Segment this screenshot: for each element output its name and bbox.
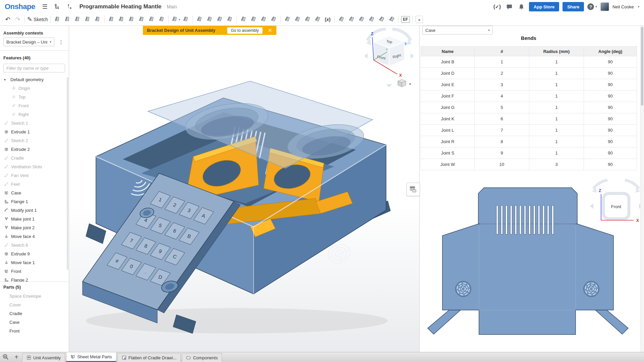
column-header-name[interactable]: Name (421, 47, 475, 56)
feature-item-move-face-4[interactable]: Move face 4 (0, 232, 69, 241)
bend-row-joint-r[interactable]: Joint R8190 (421, 136, 637, 147)
column-header-radius[interactable]: Radius (mm) (529, 47, 584, 56)
feature-item-default-geometry[interactable]: ▾Default geometry (0, 75, 69, 84)
column-header-number[interactable]: # (475, 47, 529, 56)
main-menu-icon[interactable]: ☰ (41, 2, 49, 11)
context-options-kebab-icon[interactable]: ⋮ (56, 38, 66, 46)
notifications-bell-icon[interactable] (517, 2, 526, 11)
toolbar-undo-button[interactable]: ↶ (3, 15, 13, 24)
feature-list-scrollbar[interactable] (67, 77, 68, 270)
feature-item-ventilation-slots[interactable]: Ventilation Slots (0, 162, 69, 171)
app-store-button[interactable]: App Store (529, 2, 559, 11)
feature-item-case[interactable]: Case (0, 188, 69, 197)
bend-row-joint-l[interactable]: Joint L7190 (421, 125, 637, 136)
toolbar-modify-fillet-button[interactable] (215, 15, 225, 24)
toolbar-sweep-button[interactable] (72, 15, 83, 24)
toolbar-bend-button[interactable] (367, 15, 377, 24)
toolbar-mirror-button[interactable] (181, 15, 191, 24)
tree-expand-caret-icon[interactable]: ▾ (4, 78, 8, 81)
toolbar-sheet-metal-model-button[interactable] (336, 15, 346, 24)
tab-manager-icon[interactable] (2, 353, 9, 361)
banner-close-icon[interactable]: ✕ (266, 27, 274, 34)
feature-item-make-joint-1[interactable]: Make joint 1 (0, 215, 69, 223)
feature-item-feet[interactable]: Feet (0, 180, 69, 188)
toolbar-offset-surface-button[interactable] (282, 15, 292, 24)
toolbar-split-button[interactable] (205, 15, 215, 24)
feature-item-sketch-6[interactable]: Sketch 6 (0, 241, 69, 249)
part-selector-dropdown[interactable]: Case ▾ (422, 26, 493, 35)
column-header-angle[interactable]: Angle (deg) (584, 47, 637, 56)
toolbar-helix-button[interactable] (292, 15, 303, 24)
toolbar-replace-face-button[interactable] (269, 15, 279, 24)
code-check-icon[interactable]: {✓} (493, 2, 501, 11)
create-version-icon[interactable] (65, 2, 73, 11)
bend-row-joint-d[interactable]: Joint D2190 (421, 68, 637, 79)
toolbar-variable-button[interactable]: (x) (323, 15, 333, 24)
bend-row-joint-s[interactable]: Joint S9190 (421, 147, 637, 159)
toolbar-loft-button[interactable] (83, 15, 93, 24)
tab-flatten-of-cradle-drawi[interactable]: Flatten of Cradle Drawi... (117, 353, 181, 362)
bend-row-joint-b[interactable]: Joint B1190 (421, 56, 637, 68)
toolbar-fillet-button[interactable] (106, 15, 116, 24)
toolbar-sketch-button[interactable]: ✎Sketch (26, 15, 49, 24)
bend-row-joint-f[interactable]: Joint F4190 (421, 90, 637, 102)
feature-item-top[interactable]: Top (0, 93, 69, 101)
tab-unit-assembly[interactable]: Unit Assembly (22, 353, 65, 362)
toolbar-flange-button[interactable] (346, 15, 357, 24)
toolbar-corner-break-button[interactable] (377, 15, 387, 24)
toolbar-wrap-button[interactable] (313, 15, 323, 24)
assembly-context-select[interactable]: Bracket Design – Uni ▾ (3, 38, 54, 46)
toolbar-boolean-button[interactable] (195, 15, 205, 24)
toolbar-thicken-button[interactable] (93, 15, 103, 24)
feature-item-front[interactable]: Front (0, 101, 69, 110)
comment-icon[interactable] (505, 2, 514, 11)
part-item-space-envelope[interactable]: Space Envelope (0, 292, 69, 300)
go-to-assembly-button[interactable]: Go to assembly (227, 27, 262, 34)
feature-item-modify-joint-1[interactable]: Modify joint 1 (0, 206, 69, 215)
flat-view-cube[interactable]: Front Z X (590, 180, 642, 223)
toolbar-make-joint-button[interactable] (357, 15, 367, 24)
help-menu[interactable]: ? ▾ (587, 3, 597, 10)
feature-item-sketch-1[interactable]: Sketch 1 (0, 119, 69, 127)
toolbar-linear-pattern-button[interactable]: ▾ (170, 15, 181, 24)
feature-item-extrude-9[interactable]: Extrude 9 (0, 249, 69, 258)
part-item-case[interactable]: Case (0, 318, 69, 326)
feature-item-extrude-2[interactable]: Extrude 2 (0, 145, 69, 154)
feature-item-extrude-1[interactable]: Extrude 1 (0, 127, 69, 136)
view-options-cube-icon[interactable] (398, 79, 406, 87)
view-options-chevron-icon[interactable]: ▾ (409, 82, 411, 86)
feature-item-cradle[interactable]: Cradle (0, 154, 69, 162)
help-icon[interactable]: ? (587, 3, 594, 10)
toolbar-shell-button[interactable] (147, 15, 157, 24)
panel-scrollbar[interactable] (640, 26, 644, 352)
bend-row-joint-g[interactable]: Joint G5190 (421, 102, 637, 113)
feature-item-sketch-2[interactable]: Sketch 2 (0, 136, 69, 145)
toolbar-sheet-metal-table-button[interactable] (387, 15, 397, 24)
workspace-name[interactable]: Main (167, 4, 177, 9)
view-cube[interactable]: Top Front Right Z X Y ▾ (362, 26, 416, 90)
toolbar-extrude-button[interactable] (52, 15, 62, 24)
toolbar-rib-button[interactable] (137, 15, 147, 24)
sheet-metal-table-toggle-button[interactable] (407, 183, 420, 196)
toolbar-revolve-button[interactable] (62, 15, 72, 24)
toolbar-custom-feature-button[interactable]: + (414, 15, 424, 24)
view-cube-top-label[interactable]: Top (386, 39, 392, 44)
part-item-cover[interactable]: Cover (0, 300, 69, 309)
toolbar-delete-face-button[interactable] (249, 15, 259, 24)
part-item-front[interactable]: Front (0, 326, 69, 335)
versions-icon[interactable] (53, 2, 61, 11)
toolbar-featurescript-button[interactable]: EF (400, 15, 411, 24)
add-tab-icon[interactable]: + (13, 353, 20, 361)
toolbar-move-face-button[interactable] (259, 15, 269, 24)
tab-sheet-metal-parts[interactable]: Sheet Metal Parts (66, 352, 116, 362)
part-item-cradle[interactable]: Cradle (0, 309, 69, 318)
panel-scrollbar-thumb[interactable] (641, 27, 643, 106)
feature-item-origin[interactable]: Origin (0, 84, 69, 93)
feature-item-flange-2[interactable]: Flange 2 (0, 276, 69, 282)
feature-item-make-joint-2[interactable]: Make joint 2 (0, 223, 69, 232)
feature-item-flange-1[interactable]: Flange 1 (0, 197, 69, 206)
user-name[interactable]: Neil Cooke (612, 4, 634, 9)
bend-row-joint-k[interactable]: Joint K6190 (421, 113, 637, 125)
toolbar-redo-button[interactable]: ↷ (13, 15, 23, 24)
feature-item-front[interactable]: Front (0, 267, 69, 276)
